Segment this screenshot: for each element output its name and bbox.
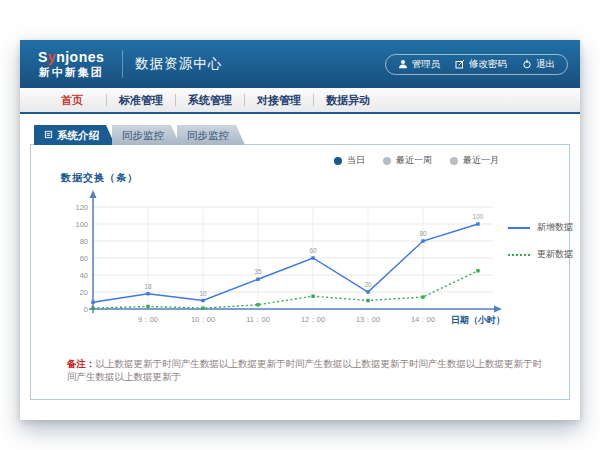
logo-text: njones [56, 49, 104, 65]
main-nav: 首页 标准管理 系统管理 对接管理 数据异动 [20, 88, 580, 114]
svg-text:100: 100 [473, 213, 484, 220]
nav-item-data-change[interactable]: 数据异动 [314, 93, 382, 108]
edit-icon [455, 59, 465, 69]
blue-line-swatch-icon [508, 227, 530, 229]
radio-last-month[interactable]: 最近一月 [450, 154, 499, 167]
brand-logo-en: Synjones [38, 50, 104, 65]
svg-text:14：00: 14：00 [411, 315, 435, 324]
svg-text:13：00: 13：00 [356, 315, 380, 324]
tab-label: 系统介绍 [57, 125, 99, 145]
svg-text:10：00: 10：00 [191, 315, 215, 324]
logo-text: S [38, 49, 48, 65]
svg-text:20: 20 [80, 288, 88, 297]
document-icon [44, 125, 53, 145]
svg-text:120: 120 [75, 203, 88, 212]
svg-text:0: 0 [84, 305, 88, 314]
radio-selected-icon [334, 157, 342, 165]
tab-label: 同步监控 [187, 125, 229, 145]
y-axis-title: 数据交换（条） [61, 171, 138, 185]
svg-text:18: 18 [144, 283, 152, 290]
tab-system-intro[interactable]: 系统介绍 [34, 125, 115, 145]
line-chart: 0204060801001209：0010：0011：0012：0013：001… [53, 185, 508, 337]
chart-legend: 新增数据 更新数据 [508, 221, 590, 337]
legend-new-data[interactable]: 新增数据 [508, 221, 590, 234]
footnote-body: 以上数据更新于时间产生数据以上数据更新于时间产生数据以上数据更新于时间产生数据以… [67, 358, 542, 382]
radio-unselected-icon [383, 157, 391, 165]
svg-text:9：00: 9：00 [138, 315, 158, 324]
svg-text:10: 10 [199, 290, 207, 297]
app-header: Synjones 新中新集团 数据资源中心 管理员 修改密码 [20, 40, 580, 88]
svg-text:20: 20 [364, 281, 372, 288]
nav-item-standard-mgmt[interactable]: 标准管理 [107, 93, 175, 108]
nav-item-home[interactable]: 首页 [38, 93, 106, 108]
legend-updated-data[interactable]: 更新数据 [508, 248, 590, 261]
footnote: 备注：以上数据更新于时间产生数据以上数据更新于时间产生数据以上数据更新于时间产生… [67, 357, 549, 384]
svg-text:60: 60 [309, 247, 317, 254]
legend-label: 新增数据 [537, 221, 573, 234]
tab-bar: 系统介绍 同步监控 同步监控 [34, 125, 570, 145]
tab-sync-monitor-1[interactable]: 同步监控 [112, 125, 180, 145]
svg-text:11：00: 11：00 [246, 315, 270, 324]
brand-logo: Synjones 新中新集团 [32, 50, 110, 77]
logout-button[interactable]: 退出 [522, 58, 555, 71]
svg-text:80: 80 [419, 230, 427, 237]
radio-last-week[interactable]: 最近一周 [383, 154, 432, 167]
svg-text:日期（小时）: 日期（小时） [451, 315, 505, 325]
brand-logo-cn: 新中新集团 [38, 66, 104, 78]
nav-item-system-mgmt[interactable]: 系统管理 [176, 93, 244, 108]
app-window: Synjones 新中新集团 数据资源中心 管理员 修改密码 [20, 40, 580, 420]
logo-accent: y [48, 49, 56, 65]
page: Synjones 新中新集团 数据资源中心 管理员 修改密码 [0, 0, 600, 450]
nav-item-interface-mgmt[interactable]: 对接管理 [245, 93, 313, 108]
time-range-filter: 当日 最近一周 最近一月 [334, 154, 499, 167]
radio-unselected-icon [450, 157, 458, 165]
logout-label: 退出 [536, 58, 555, 71]
radio-label: 最近一周 [396, 154, 432, 167]
change-password-label: 修改密码 [469, 58, 507, 71]
svg-text:35: 35 [254, 268, 262, 275]
footnote-prefix: 备注： [67, 358, 96, 369]
change-password-button[interactable]: 修改密码 [455, 58, 507, 71]
app-title: 数据资源中心 [135, 55, 222, 73]
admin-user-label: 管理员 [412, 58, 441, 71]
svg-text:12：00: 12：00 [301, 315, 325, 324]
main-content: 系统介绍 同步监控 同步监控 当日 最近一周 [20, 114, 580, 400]
svg-text:80: 80 [80, 237, 88, 246]
radio-today[interactable]: 当日 [334, 154, 365, 167]
power-icon [522, 59, 532, 69]
radio-label: 最近一月 [463, 154, 499, 167]
green-dotted-swatch-icon [508, 254, 530, 256]
legend-label: 更新数据 [537, 248, 573, 261]
admin-user-button[interactable]: 管理员 [398, 58, 441, 71]
svg-text:60: 60 [80, 254, 88, 263]
chart-panel: 当日 最近一周 最近一月 数据交换（条） 0204060801001209：00… [30, 144, 570, 400]
radio-label: 当日 [347, 154, 365, 167]
tab-label: 同步监控 [122, 125, 164, 145]
chart-area: 0204060801001209：0010：0011：0012：0013：001… [53, 185, 590, 337]
header-divider [122, 50, 123, 78]
tab-sync-monitor-2[interactable]: 同步监控 [177, 125, 245, 145]
user-actions: 管理员 修改密码 退出 [385, 54, 569, 75]
svg-text:100: 100 [75, 220, 88, 229]
user-icon [398, 59, 408, 69]
svg-text:40: 40 [80, 271, 88, 280]
